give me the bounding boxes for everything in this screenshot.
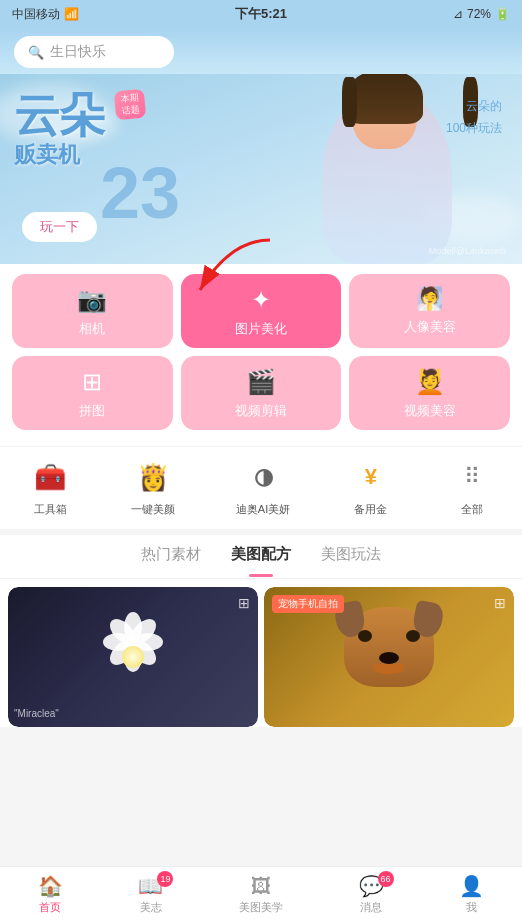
beautify-label: 图片美化	[235, 320, 287, 338]
grid-btn-video-beauty[interactable]: 💆 视频美容	[349, 356, 510, 430]
battery-label: 72%	[467, 7, 491, 21]
search-bar-container: 🔍 生日快乐	[0, 28, 522, 74]
grid-btn-video-edit[interactable]: 🎬 视频剪辑	[181, 356, 342, 430]
camera-icon: 📷	[77, 286, 107, 314]
grid-btn-collage[interactable]: ⊞ 拼图	[12, 356, 173, 430]
play-button[interactable]: 玩一下	[22, 212, 97, 242]
beauty-icon: 👸	[133, 457, 173, 497]
location-icon: ⊿	[453, 7, 463, 21]
portrait-icon: 🧖	[416, 286, 443, 312]
bottom-nav: 🏠 首页 📖 美志 19 🖼 美图美学 💬 消息 66 👤 我	[0, 866, 522, 922]
grid-row-1: 📷 相机 ✦ 图片美化 🧖 人像美容	[12, 274, 510, 348]
grid-section: 📷 相机 ✦ 图片美化 🧖 人像美容 ⊞ 拼图 🎬 视频剪辑 💆 视频美容	[0, 264, 522, 446]
messages-badge: 66	[378, 871, 394, 887]
card-corner-icon-dog: ⊞	[494, 595, 506, 611]
nav-aesthetics-label: 美图美学	[239, 900, 283, 915]
status-left: 中国移动 📶	[12, 6, 79, 23]
tabs-section: 热门素材 美图配方 美图玩法 "Mira	[0, 535, 522, 727]
card-tag-dog: 宠物手机自拍	[272, 595, 344, 613]
toolbox-icon: 🧰	[30, 457, 70, 497]
toolbox-label: 工具箱	[34, 502, 67, 517]
banner-number: 23	[100, 152, 180, 234]
content-grid: "Miraclea" ⊞	[0, 579, 522, 727]
nav-profile-label: 我	[466, 900, 477, 915]
camera-label: 相机	[79, 320, 105, 338]
aesthetics-icon: 🖼	[251, 875, 271, 898]
collage-label: 拼图	[79, 402, 105, 420]
beauty-label: 一键美颜	[131, 502, 175, 517]
journal-badge: 19	[157, 871, 173, 887]
search-bar[interactable]: 🔍 生日快乐	[14, 36, 174, 68]
wifi-icon: 📶	[64, 7, 79, 21]
nav-messages[interactable]: 💬 消息 66	[359, 874, 384, 915]
banner: 云朵 贩卖机 本期 话题 云朵的 100种玩法 23 玩一下 Model/@La…	[0, 74, 522, 264]
battery-icon: 🔋	[495, 7, 510, 21]
quick-all[interactable]: ⠿ 全部	[452, 457, 492, 517]
all-icon: ⠿	[452, 457, 492, 497]
card-caption-flower: "Miraclea"	[14, 708, 59, 719]
profile-icon: 👤	[459, 874, 484, 898]
nav-home-label: 首页	[39, 900, 61, 915]
time-display: 下午5:21	[235, 5, 287, 23]
search-icon: 🔍	[28, 45, 44, 60]
fund-icon: ¥	[351, 457, 391, 497]
grid-btn-portrait[interactable]: 🧖 人像美容	[349, 274, 510, 348]
ai-label: 迪奥AI美妍	[236, 502, 290, 517]
flower-image: "Miraclea" ⊞	[8, 587, 258, 727]
dog-image: 宠物手机自拍 ⊞	[264, 587, 514, 727]
video-edit-icon: 🎬	[246, 368, 276, 396]
fund-label: 备用金	[354, 502, 387, 517]
quick-ai[interactable]: ◑ 迪奥AI美妍	[236, 457, 290, 517]
tab-formula[interactable]: 美图配方	[231, 545, 291, 570]
grid-btn-camera[interactable]: 📷 相机	[12, 274, 173, 348]
collage-icon: ⊞	[82, 368, 102, 396]
nav-journal-label: 美志	[140, 900, 162, 915]
status-bar: 中国移动 📶 下午5:21 ⊿ 72% 🔋	[0, 0, 522, 28]
video-beauty-icon: 💆	[415, 368, 445, 396]
ai-icon: ◑	[243, 457, 283, 497]
model-credit: Model/@Laukaseib	[429, 246, 506, 256]
banner-cloud-text: 云朵 贩卖机	[14, 92, 104, 170]
grid-btn-beautify[interactable]: ✦ 图片美化	[181, 274, 342, 348]
banner-sub-text: 贩卖机	[14, 140, 104, 170]
banner-main-text: 云朵	[14, 92, 104, 138]
nav-profile[interactable]: 👤 我	[459, 874, 484, 915]
banner-right-text: 云朵的 100种玩法	[446, 96, 502, 139]
nav-aesthetics[interactable]: 🖼 美图美学	[239, 875, 283, 915]
quick-access: 🧰 工具箱 👸 一键美颜 ◑ 迪奥AI美妍 ¥ 备用金 ⠿ 全部	[0, 446, 522, 529]
video-beauty-label: 视频美容	[404, 402, 456, 420]
banner-badge: 本期 话题	[114, 89, 146, 121]
nav-home[interactable]: 🏠 首页	[38, 874, 63, 915]
tab-play[interactable]: 美图玩法	[321, 545, 381, 570]
portrait-label: 人像美容	[404, 318, 456, 336]
card-corner-icon-flower: ⊞	[238, 595, 250, 611]
quick-beauty[interactable]: 👸 一键美颜	[131, 457, 175, 517]
search-placeholder: 生日快乐	[50, 43, 106, 61]
home-icon: 🏠	[38, 874, 63, 898]
carrier-label: 中国移动	[12, 6, 60, 23]
grid-row-2: ⊞ 拼图 🎬 视频剪辑 💆 视频美容	[12, 356, 510, 430]
nav-messages-label: 消息	[360, 900, 382, 915]
content-card-flower[interactable]: "Miraclea" ⊞	[8, 587, 258, 727]
video-edit-label: 视频剪辑	[235, 402, 287, 420]
status-right: ⊿ 72% 🔋	[453, 7, 510, 21]
quick-fund[interactable]: ¥ 备用金	[351, 457, 391, 517]
tabs-row: 热门素材 美图配方 美图玩法	[0, 545, 522, 579]
quick-toolbox[interactable]: 🧰 工具箱	[30, 457, 70, 517]
content-card-dog[interactable]: 宠物手机自拍 ⊞	[264, 587, 514, 727]
all-label: 全部	[461, 502, 483, 517]
nav-beauty-journal[interactable]: 📖 美志 19	[138, 874, 163, 915]
star-icon: ✦	[251, 286, 271, 314]
tab-hot-materials[interactable]: 热门素材	[141, 545, 201, 570]
